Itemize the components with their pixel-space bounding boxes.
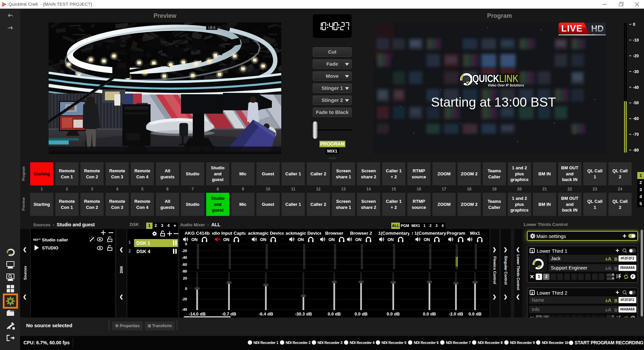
svg-text:-50: -50 xyxy=(633,101,639,105)
svg-text:-30: -30 xyxy=(633,69,639,74)
svg-text:20: 20 xyxy=(183,276,187,280)
svg-text:-30.3 dB: -30.3 dB xyxy=(295,311,312,316)
svg-text:å: å xyxy=(605,257,608,261)
svg-text:er 1(Commentary 4: er 1(Commentary 4 xyxy=(373,231,414,236)
svg-text:Mix1: Mix1 xyxy=(470,231,480,236)
svg-text:cre8: cre8 xyxy=(2,4,5,5)
svg-text:-20: -20 xyxy=(182,297,187,301)
svg-text:-20: -20 xyxy=(182,249,187,253)
svg-text:-70: -70 xyxy=(633,132,639,137)
svg-text:ON: ON xyxy=(424,237,430,242)
svg-text:QUICKLINK: QUICKLINK xyxy=(472,73,519,84)
svg-text:-20: -20 xyxy=(633,54,639,58)
svg-text:Program: Program xyxy=(447,231,465,236)
svg-text:0: 0 xyxy=(185,242,187,246)
svg-text:-2.0 dB: -2.0 dB xyxy=(449,311,463,316)
svg-text:B: B xyxy=(614,307,618,313)
svg-text:0.0 dB: 0.0 dB xyxy=(468,311,481,316)
svg-text:-60: -60 xyxy=(633,116,639,121)
svg-text:A: A xyxy=(608,265,611,271)
svg-text:ON: ON xyxy=(191,237,198,242)
svg-text:-14.0 dB: -14.0 dB xyxy=(189,311,206,316)
svg-text:-80: -80 xyxy=(182,269,187,273)
svg-text:HD: HD xyxy=(591,23,604,34)
svg-text:-80: -80 xyxy=(633,148,639,153)
svg-text:Video Over IP Solutions: Video Over IP Solutions xyxy=(488,83,524,87)
svg-text:0.0 dB: 0.0 dB xyxy=(354,311,367,316)
svg-text:-40: -40 xyxy=(633,85,639,90)
svg-text:ON: ON xyxy=(388,237,394,242)
svg-text:-40: -40 xyxy=(182,307,187,311)
svg-text:B: B xyxy=(614,256,618,262)
svg-text:ON: ON xyxy=(355,237,362,242)
svg-text:ON: ON xyxy=(223,237,230,242)
svg-text:-60: -60 xyxy=(182,262,187,267)
svg-text:å: å xyxy=(605,299,608,303)
svg-text:å: å xyxy=(605,308,608,312)
svg-text:0.0 dB: 0.0 dB xyxy=(328,311,341,316)
svg-text:0: 0 xyxy=(633,22,635,27)
svg-text:B: B xyxy=(614,298,618,303)
svg-text:B: B xyxy=(614,266,618,271)
svg-text:A: A xyxy=(608,297,611,303)
svg-text:Audio Input Capture: Audio Input Capture xyxy=(207,231,251,236)
svg-text:ON: ON xyxy=(260,237,267,242)
svg-text:-0.7 dB: -0.7 dB xyxy=(222,311,236,316)
svg-text:Browser 2: Browser 2 xyxy=(350,231,372,236)
svg-text:ON: ON xyxy=(298,237,304,242)
svg-text:0.0 dB: 0.0 dB xyxy=(387,311,400,316)
svg-text:AKG C414b: AKG C414b xyxy=(185,231,210,236)
svg-text:Blackmagic Device 2: Blackmagic Device 2 xyxy=(281,231,326,236)
svg-text:-6.4 dB: -6.4 dB xyxy=(258,311,273,316)
svg-text:-10: -10 xyxy=(633,38,639,43)
svg-text:A: A xyxy=(608,307,611,312)
svg-text:-40: -40 xyxy=(182,255,187,259)
svg-text:ON: ON xyxy=(329,237,335,242)
svg-text:0.0 dB: 0.0 dB xyxy=(423,311,436,316)
svg-text:LIVE: LIVE xyxy=(561,23,583,34)
svg-text:er 1(Commentary 4: er 1(Commentary 4 xyxy=(409,231,450,236)
svg-text:0: 0 xyxy=(185,287,187,291)
svg-text:A: A xyxy=(608,256,611,261)
svg-text:Blackmagic Device 1: Blackmagic Device 1 xyxy=(243,231,288,236)
svg-text:Starting at 13:00 BST: Starting at 13:00 BST xyxy=(431,95,556,109)
svg-text:å: å xyxy=(605,267,608,271)
svg-text:Browser: Browser xyxy=(325,231,344,236)
svg-text:LB-6: LB-6 xyxy=(208,26,216,30)
